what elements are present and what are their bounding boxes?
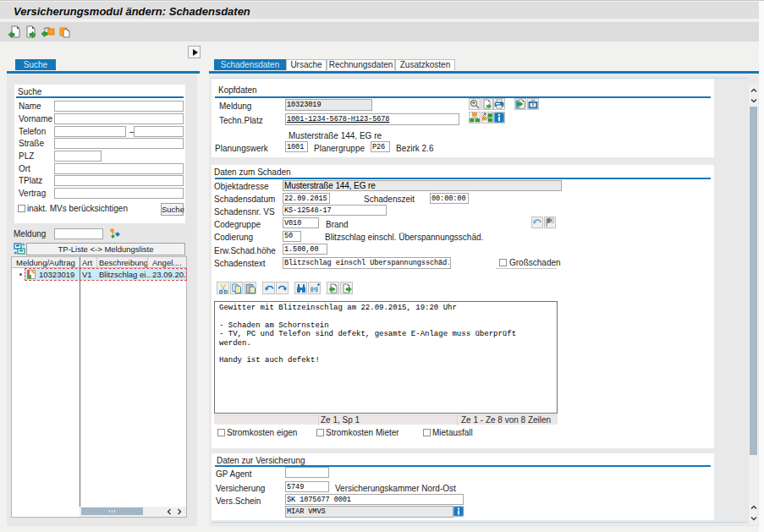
worklist-button[interactable] [109, 228, 122, 240]
undo-button[interactable] [531, 217, 543, 228]
tab-rechnungsdaten[interactable]: Rechnungsdaten [327, 59, 395, 70]
meldung-input[interactable] [54, 228, 103, 239]
stromkosten-mieter-checkbox[interactable] [316, 429, 324, 436]
scroll-left-icon[interactable] [164, 507, 174, 517]
tab-suche[interactable]: Suche [15, 59, 56, 70]
kopf-meldung-field[interactable] [285, 99, 372, 111]
tab-ursache[interactable]: Ursache [286, 59, 327, 70]
cut-button[interactable] [217, 282, 229, 294]
hscroll-thumb[interactable] [81, 507, 143, 515]
gpagent-field[interactable] [285, 467, 329, 478]
telefon-label: Telefon [19, 127, 46, 136]
other-object-back-button[interactable] [8, 25, 21, 39]
scroll-right-icon[interactable] [174, 507, 184, 517]
telefon2-input[interactable] [134, 126, 184, 137]
objektadresse-field[interactable] [283, 180, 562, 191]
other-object-forward-button[interactable] [25, 25, 38, 39]
display-object-button[interactable] [469, 98, 481, 110]
versicherung-text: Versicherungskammer Nord-Ost [335, 484, 456, 493]
cut-icon [218, 283, 228, 293]
hierarchy-button[interactable] [469, 112, 481, 123]
upload-text-button[interactable] [327, 282, 339, 294]
vorname-input[interactable] [54, 113, 184, 124]
find-next-button[interactable] [308, 282, 321, 294]
binoculars-icon [296, 283, 306, 293]
right-tab-strip [209, 71, 761, 74]
schadenstext-field[interactable] [283, 257, 451, 269]
versicherung-title: Daten zur Versicherung [217, 456, 305, 465]
inakt-mvs-checkbox[interactable] [18, 205, 25, 212]
grossschaden-label: Großschaden [509, 258, 561, 267]
expand-panel-button[interactable] [188, 46, 201, 58]
tplatz-input[interactable] [54, 175, 184, 186]
planergruppe-field[interactable] [371, 141, 390, 152]
swap-list-button[interactable] [14, 243, 25, 255]
content-bottom-border [212, 522, 748, 523]
telefon-input[interactable] [54, 126, 126, 137]
technplatz-field[interactable] [285, 113, 459, 125]
ort-input[interactable] [54, 163, 184, 174]
row-art: V1 [82, 270, 92, 279]
col-meldung-auftrag[interactable]: Meldung/Auftrag [16, 258, 75, 267]
copy-object-button[interactable] [58, 25, 72, 39]
schaden-title: Daten zum Schaden [214, 167, 291, 177]
miar-info-button[interactable] [453, 506, 464, 518]
versschein-field[interactable] [285, 494, 464, 505]
planungswerk-field[interactable] [285, 141, 308, 152]
vertrag-input[interactable] [54, 188, 184, 199]
row-beschreibung: Blitzschlag ei... [99, 270, 151, 279]
erwschad-field[interactable] [283, 244, 327, 255]
structure-graphic-button[interactable] [481, 112, 493, 123]
schadensnr-label: Schadensnr. VS [214, 207, 275, 217]
copy-text-button[interactable] [230, 282, 243, 294]
redo-button[interactable] [276, 282, 289, 294]
strasse-input[interactable] [54, 138, 184, 149]
stromkosten-eigen-checkbox[interactable] [217, 429, 225, 436]
tab-zusatzkosten[interactable]: Zusatzkosten [395, 59, 455, 70]
col-angelegt[interactable]: Angel.... [152, 258, 182, 267]
hscroll-grip [109, 510, 115, 513]
long-text-editor[interactable]: Gewitter mit Blitzeinschlag am 22.09.201… [214, 301, 558, 414]
schadensdatum-field[interactable] [283, 193, 330, 204]
other-object-button[interactable] [41, 25, 55, 39]
col-art[interactable]: Art [82, 258, 92, 267]
tab-schadensdaten[interactable]: Schadensdaten [214, 59, 286, 70]
scroll-up-bottom-icon[interactable] [749, 502, 758, 513]
undo-text-button[interactable] [262, 282, 275, 294]
find-button[interactable] [294, 282, 307, 294]
scroll-down-icon[interactable] [749, 96, 758, 106]
codierung-field[interactable] [283, 231, 301, 242]
tp-liste-toggle-button[interactable]: TP-Liste <-> Meldungsliste [26, 243, 185, 255]
schadenszeit-field[interactable] [430, 193, 469, 204]
scroll-down-bottom-icon[interactable] [749, 513, 758, 524]
export-document-button[interactable] [514, 98, 526, 110]
versicherung-field[interactable] [285, 481, 329, 492]
strasse-label: Straße [19, 139, 44, 148]
scroll-up-icon[interactable] [749, 85, 758, 96]
flag-button[interactable] [544, 217, 556, 228]
download-text-button[interactable] [340, 282, 353, 294]
table-horizontal-scrollbar[interactable] [80, 507, 186, 517]
search-group-title: Suche [18, 87, 41, 96]
col-beschreibung[interactable]: Beschreibung [99, 258, 148, 267]
info-button[interactable] [493, 112, 505, 123]
search-button[interactable]: Suche [161, 203, 184, 216]
table-row[interactable]: 10323019 V1 Blitzschlag ei... 23.09.20..… [25, 269, 186, 280]
planergruppe-label: Planergruppe [314, 144, 365, 153]
plz-input[interactable] [54, 151, 102, 162]
vscroll-thumb[interactable] [750, 107, 757, 455]
codegruppe-field[interactable] [283, 217, 319, 228]
stromkosten-eigen-label: Stromkosten eigen [227, 428, 297, 437]
object-link-icon [41, 25, 55, 39]
name-input[interactable] [54, 101, 184, 112]
vertical-scrollbar[interactable] [749, 85, 758, 524]
mietausfall-checkbox[interactable] [423, 429, 431, 436]
long-text-content: Gewitter mit Blitzeinschlag am 22.09.201… [215, 302, 557, 365]
briefcase-button[interactable] [527, 98, 539, 110]
schadensnr-field[interactable] [283, 205, 387, 216]
miar-field[interactable] [285, 506, 453, 518]
change-document-button[interactable] [481, 98, 493, 110]
paste-button[interactable] [244, 282, 256, 294]
print-button[interactable] [493, 98, 505, 110]
grossschaden-checkbox[interactable] [499, 259, 507, 266]
